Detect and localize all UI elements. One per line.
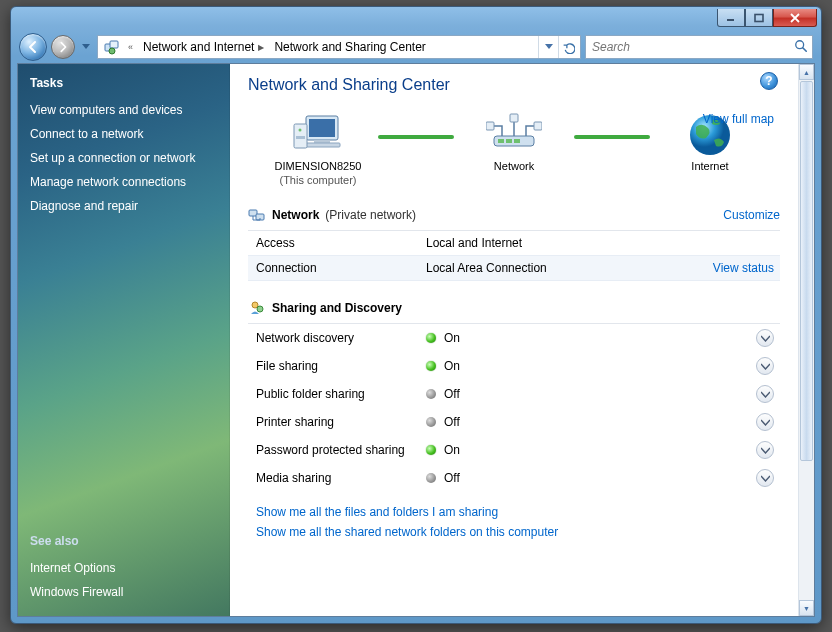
disc-row-password-protected: Password protected sharing On: [248, 436, 780, 464]
sidebar-seealso-title: See also: [30, 534, 218, 548]
task-sidebar: Tasks View computers and devices Connect…: [18, 64, 230, 616]
disc-label: Public folder sharing: [256, 387, 426, 401]
status-dot-icon: [426, 361, 436, 371]
scroll-track[interactable]: [799, 462, 814, 600]
expand-button[interactable]: [756, 385, 774, 403]
disc-state: On: [444, 331, 756, 345]
vertical-scrollbar[interactable]: ▲ ▼: [798, 64, 814, 616]
map-node-label: Internet: [691, 160, 728, 172]
network-map: DIMENSION8250 (This computer): [248, 110, 780, 186]
forward-button[interactable]: [51, 35, 75, 59]
sharing-discovery-section: Sharing and Discovery Network discovery …: [248, 293, 780, 492]
disc-label: Media sharing: [256, 471, 426, 485]
scroll-thumb[interactable]: [800, 81, 813, 461]
disc-state: Off: [444, 387, 756, 401]
disc-row-network-discovery: Network discovery On: [248, 324, 780, 352]
scroll-down-button[interactable]: ▼: [799, 600, 814, 616]
svg-rect-14: [498, 139, 504, 143]
map-connection: [574, 135, 650, 139]
content-pane: ? Network and Sharing Center View full m…: [230, 64, 814, 616]
network-icon: [248, 206, 266, 224]
close-button[interactable]: [773, 9, 817, 27]
map-node-this-pc[interactable]: DIMENSION8250 (This computer): [258, 110, 378, 186]
link-show-my-shared-files[interactable]: Show me all the files and folders I am s…: [248, 502, 780, 522]
svg-point-24: [257, 306, 263, 312]
chevron-right-icon: ▶: [258, 43, 264, 52]
nav-toolbar: « Network and Internet ▶ Network and Sha…: [17, 31, 815, 63]
network-hub-icon: [486, 110, 542, 158]
access-label: Access: [256, 236, 426, 250]
svg-rect-9: [304, 143, 340, 147]
expand-button[interactable]: [756, 469, 774, 487]
disc-row-media-sharing: Media sharing Off: [248, 464, 780, 492]
svg-rect-7: [309, 119, 335, 137]
disc-state: Off: [444, 415, 756, 429]
link-show-shared-folders[interactable]: Show me all the shared network folders o…: [248, 522, 780, 542]
search-icon[interactable]: [794, 39, 808, 56]
network-section-title: Network: [272, 208, 319, 222]
location-icon: [103, 38, 121, 56]
expand-button[interactable]: [756, 413, 774, 431]
sharing-icon: [248, 299, 266, 317]
expand-button[interactable]: [756, 357, 774, 375]
view-status-link[interactable]: View status: [713, 261, 780, 275]
svg-rect-11: [296, 136, 305, 139]
minimize-button[interactable]: [717, 9, 745, 27]
explorer-window: « Network and Internet ▶ Network and Sha…: [10, 6, 822, 624]
sidebar-item-view-computers[interactable]: View computers and devices: [30, 98, 218, 122]
svg-rect-1: [755, 14, 763, 21]
sidebar-item-manage-connections[interactable]: Manage network connections: [30, 170, 218, 194]
expand-button[interactable]: [756, 441, 774, 459]
sidebar-tasks-title: Tasks: [30, 76, 218, 90]
search-input[interactable]: [590, 39, 794, 55]
maximize-button[interactable]: [745, 9, 773, 27]
map-node-label: Network: [494, 160, 534, 172]
svg-point-4: [109, 48, 115, 54]
scroll-up-button[interactable]: ▲: [799, 64, 814, 80]
disc-state: On: [444, 359, 756, 373]
customize-link[interactable]: Customize: [723, 208, 780, 222]
svg-rect-15: [506, 139, 512, 143]
back-button[interactable]: [19, 33, 47, 61]
network-section: Network (Private network) Customize Acce…: [248, 200, 780, 281]
refresh-button[interactable]: [558, 36, 578, 58]
status-dot-icon: [426, 333, 436, 343]
sidebar-item-diagnose-repair[interactable]: Diagnose and repair: [30, 194, 218, 218]
map-node-sublabel: (This computer): [279, 174, 356, 186]
disc-label: Printer sharing: [256, 415, 426, 429]
disc-label: Network discovery: [256, 331, 426, 345]
map-node-network[interactable]: Network: [454, 110, 574, 186]
svg-rect-18: [510, 114, 518, 122]
status-dot-icon: [426, 473, 436, 483]
breadcrumb-seg-network-internet[interactable]: Network and Internet ▶: [139, 36, 270, 58]
svg-rect-0: [727, 19, 734, 21]
computer-icon: [290, 110, 346, 158]
status-dot-icon: [426, 445, 436, 455]
breadcrumb-label: Network and Internet: [143, 40, 254, 54]
map-connection: [378, 135, 454, 139]
connection-label: Connection: [256, 261, 426, 275]
disc-state: Off: [444, 471, 756, 485]
sidebar-item-windows-firewall[interactable]: Windows Firewall: [30, 580, 218, 604]
status-dot-icon: [426, 389, 436, 399]
view-full-map-link[interactable]: View full map: [703, 112, 774, 126]
expand-button[interactable]: [756, 329, 774, 347]
svg-rect-19: [534, 122, 542, 130]
disc-row-printer-sharing: Printer sharing Off: [248, 408, 780, 436]
breadcrumb-root[interactable]: «: [124, 36, 139, 58]
search-box[interactable]: [585, 35, 813, 59]
network-type-label: (Private network): [325, 208, 416, 222]
status-dot-icon: [426, 417, 436, 427]
help-button[interactable]: ?: [760, 72, 778, 90]
svg-point-12: [299, 129, 302, 132]
nav-history-dropdown[interactable]: [79, 37, 93, 57]
disc-row-public-folder: Public folder sharing Off: [248, 380, 780, 408]
address-bar[interactable]: « Network and Internet ▶ Network and Sha…: [97, 35, 581, 59]
address-dropdown-button[interactable]: [538, 36, 558, 58]
titlebar: [11, 7, 821, 29]
disc-state: On: [444, 443, 756, 457]
sidebar-item-connect-network[interactable]: Connect to a network: [30, 122, 218, 146]
sidebar-item-internet-options[interactable]: Internet Options: [30, 556, 218, 580]
breadcrumb-seg-sharing-center[interactable]: Network and Sharing Center: [270, 36, 431, 58]
sidebar-item-setup-connection[interactable]: Set up a connection or network: [30, 146, 218, 170]
